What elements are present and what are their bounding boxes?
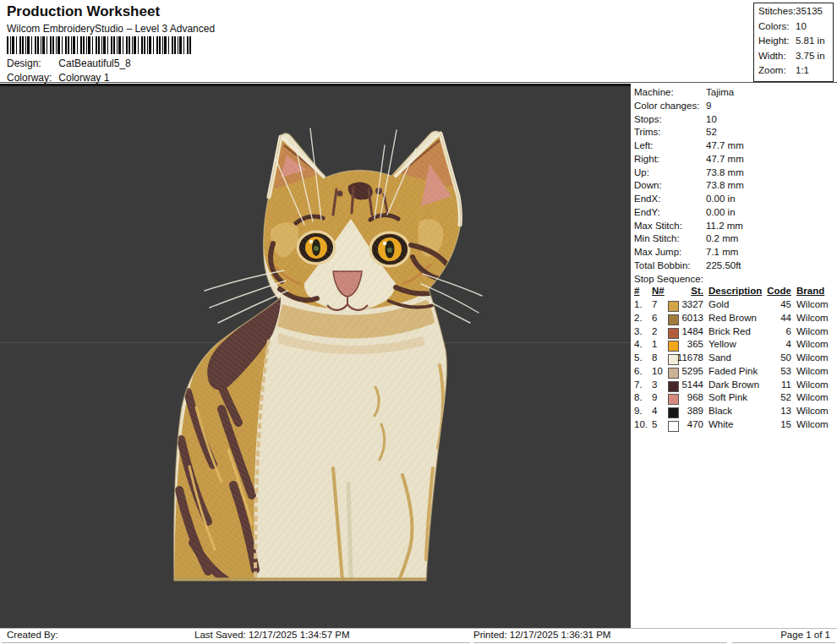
design-summary-box: Stitches:35135 Colors:10 Height:5.81 in … [753, 3, 834, 82]
row-num: 5. [634, 352, 649, 363]
row-brand: Wilcom [796, 339, 829, 349]
row-n: 4 [652, 406, 667, 416]
page-footer: Created By: Last Saved: 12/17/2025 1:34:… [0, 628, 837, 644]
row-st: 389 [673, 406, 703, 416]
machine-info-block: Machine:Tajima Color changes:9 Stops:10 … [631, 87, 837, 274]
machine-label: Down: [634, 180, 662, 190]
row-description: Dark Brown [708, 379, 759, 390]
embroidery-cat-design [0, 86, 631, 628]
machine-label: Color changes: [634, 101, 699, 111]
row-num: 3. [634, 326, 649, 336]
machine-value: 0.2 mm [706, 233, 738, 243]
stop-sequence-row: 4.1365Yellow4Wilcom [631, 339, 837, 352]
machine-info-panel: Machine:Tajima Color changes:9 Stops:10 … [631, 84, 837, 628]
row-description: Sand [708, 352, 731, 363]
machine-row: Max Jump:7.1 mm [631, 247, 837, 260]
row-code: 6 [761, 326, 791, 336]
row-code: 13 [761, 406, 791, 416]
summary-label: Zoom: [758, 65, 786, 75]
machine-value: 47.7 mm [706, 154, 744, 164]
created-by-field: Created By: [2, 630, 194, 643]
stop-sequence-row: 3.21484Brick Red6Wilcom [631, 326, 837, 340]
machine-row: Trims:52 [631, 127, 837, 140]
page-title: Production Worksheet [7, 3, 160, 20]
row-num: 7. [634, 379, 649, 390]
machine-row: EndX:0.00 in [631, 194, 837, 207]
summary-label: Colors: [758, 21, 789, 31]
machine-label: Left: [634, 140, 653, 150]
row-st: 365 [673, 339, 703, 349]
machine-row: Up:73.8 mm [631, 167, 837, 181]
row-code: 4 [761, 339, 791, 349]
row-num: 2. [634, 313, 649, 323]
row-brand: Wilcom [796, 392, 829, 402]
production-worksheet-page: Production Worksheet Wilcom EmbroiderySt… [0, 0, 837, 644]
stitch-texture-dark [169, 127, 465, 583]
printed-field: Printed: 12/17/2025 1:36:31 PM [473, 630, 727, 643]
row-n: 8 [652, 352, 667, 363]
summary-row: Width:3.75 in [758, 51, 833, 66]
machine-value: 73.8 mm [706, 167, 744, 177]
summary-row: Height:5.81 in [758, 35, 833, 51]
row-st: 470 [673, 419, 703, 429]
stop-sequence-row: 2.66013Red Brown44Wilcom [631, 313, 837, 326]
row-st: 968 [673, 392, 703, 402]
row-brand: Wilcom [796, 406, 829, 416]
stop-sequence-row: 9.4389Black13Wilcom [631, 406, 837, 419]
row-n: 5 [652, 419, 667, 429]
row-code: 44 [761, 313, 791, 323]
row-code: 52 [761, 392, 791, 402]
summary-label: Stitches: [758, 6, 796, 16]
row-description: Gold [708, 299, 729, 309]
row-st: 1484 [673, 326, 703, 336]
row-num: 9. [634, 406, 649, 416]
row-st: 3327 [673, 299, 703, 309]
row-code: 50 [761, 352, 791, 363]
machine-label: Stops: [634, 114, 662, 124]
machine-label: EndX: [634, 194, 660, 204]
row-description: Red Brown [708, 313, 757, 323]
row-n: 3 [652, 379, 667, 390]
row-st: 5295 [673, 366, 703, 376]
machine-row: Stops:10 [631, 114, 837, 128]
row-n: 6 [652, 313, 667, 323]
row-brand: Wilcom [796, 326, 829, 336]
stop-sequence-row: 7.35144Dark Brown11Wilcom [631, 379, 837, 393]
row-num: 8. [634, 392, 649, 402]
design-value: CatBeautiful5_8 [58, 57, 130, 69]
row-n: 1 [652, 339, 667, 349]
row-code: 45 [761, 299, 791, 309]
stop-sequence-header: # N# St. Description Code Brand [631, 286, 837, 299]
summary-row: Zoom:1:1 [758, 65, 833, 80]
col-code: Code [761, 286, 791, 296]
row-brand: Wilcom [796, 366, 829, 376]
page-number: Page 1 of 1 [732, 630, 835, 643]
machine-row: Left:47.7 mm [631, 140, 837, 154]
machine-row: EndY:0.00 in [631, 207, 837, 221]
row-num: 10. [634, 419, 649, 429]
machine-value: 9 [706, 101, 711, 111]
row-brand: Wilcom [796, 352, 829, 363]
summary-value: 10 [796, 21, 807, 31]
summary-row: Colors:10 [758, 21, 833, 36]
machine-value: 47.7 mm [706, 140, 744, 150]
row-n: 7 [652, 299, 667, 309]
design-label: Design: [7, 57, 56, 69]
summary-value: 1:1 [796, 65, 809, 75]
machine-label: Max Jump: [634, 247, 681, 257]
row-code: 15 [761, 419, 791, 429]
row-code: 53 [761, 366, 791, 376]
stop-sequence-row: 1.73327Gold45Wilcom [631, 299, 837, 313]
row-description: Black [708, 406, 732, 416]
row-st: 6013 [673, 313, 703, 323]
header-divider [0, 82, 837, 83]
machine-label: Up: [634, 167, 649, 177]
machine-label: Min Stitch: [634, 233, 680, 243]
stop-sequence-row: 5.811678Sand50Wilcom [631, 352, 837, 366]
machine-value: 10 [706, 114, 717, 124]
col-n: N# [652, 286, 667, 296]
design-canvas [0, 84, 631, 628]
machine-value: 52 [706, 127, 717, 137]
machine-value: 0.00 in [706, 207, 736, 217]
summary-value: 5.81 in [796, 35, 825, 46]
